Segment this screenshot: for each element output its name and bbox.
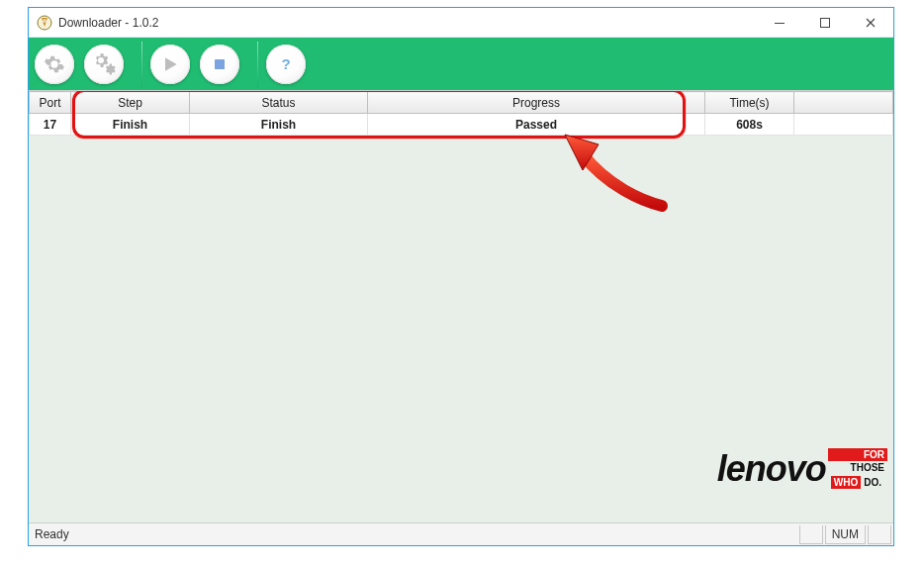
status-ready: Ready (29, 527, 799, 541)
annotation-arrow-icon (553, 127, 672, 216)
cell-time: 608s (705, 114, 794, 136)
header-step[interactable]: Step (71, 92, 190, 114)
toolbar-separator (257, 42, 258, 87)
settings-multi-button[interactable] (84, 45, 124, 84)
table-row[interactable]: 17 Finish Finish Passed 608s (30, 114, 893, 136)
tagline-for: FOR (828, 448, 887, 462)
tagline-those: THOSE (828, 461, 887, 475)
svg-text:?: ? (281, 55, 290, 72)
tagline-do: DO. (861, 476, 884, 490)
svg-rect-5 (215, 59, 225, 69)
cell-status: Finish (190, 114, 368, 136)
table-header-row: Port Step Status Progress Time(s) (30, 92, 893, 114)
stop-icon (210, 54, 230, 74)
header-port[interactable]: Port (30, 92, 71, 114)
maximize-button[interactable] (802, 8, 848, 38)
cell-port: 17 (30, 114, 71, 136)
cell-progress: Passed (368, 114, 705, 136)
settings-button[interactable] (35, 45, 74, 84)
header-progress[interactable]: Progress (368, 92, 705, 114)
content-area: Port Step Status Progress Time(s) 17 Fin… (29, 90, 893, 522)
window-title: Downloader - 1.0.2 (58, 16, 158, 30)
toolbar-separator (141, 42, 142, 87)
tagline-who: WHO (831, 476, 861, 490)
help-button[interactable]: ? (266, 45, 306, 84)
toolbar: ? (29, 38, 893, 90)
cell-extra (794, 114, 893, 136)
header-status[interactable]: Status (190, 92, 368, 114)
app-window: Downloader - 1.0.2 (28, 7, 894, 546)
stop-button[interactable] (200, 45, 239, 84)
minimize-button[interactable] (757, 8, 802, 38)
download-table: Port Step Status Progress Time(s) 17 Fin… (29, 91, 893, 136)
cell-step: Finish (71, 114, 190, 136)
status-num: NUM (825, 525, 866, 544)
brand-logo: lenovo FOR THOSE WHODO. (670, 441, 887, 497)
gears-icon (92, 52, 116, 76)
question-icon: ? (276, 54, 296, 74)
svg-rect-3 (821, 18, 830, 27)
status-cell (799, 525, 823, 544)
logo-tagline: FOR THOSE WHODO. (828, 448, 887, 491)
svg-point-1 (43, 19, 46, 23)
play-icon (160, 54, 180, 74)
header-extra[interactable] (794, 92, 893, 114)
statusbar: Ready NUM (29, 522, 893, 545)
titlebar[interactable]: Downloader - 1.0.2 (29, 8, 893, 38)
header-time[interactable]: Time(s) (705, 92, 794, 114)
start-button[interactable] (150, 45, 190, 84)
app-icon (37, 15, 52, 31)
status-cell (868, 525, 891, 544)
logo-text: lenovo (717, 448, 826, 490)
close-button[interactable] (848, 8, 893, 38)
svg-rect-2 (775, 23, 785, 24)
gear-icon (44, 53, 65, 75)
